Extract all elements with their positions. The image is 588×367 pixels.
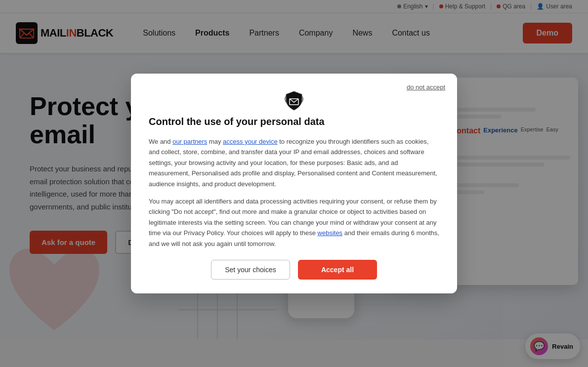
modal-overlay[interactable]: do not accept Control the use of your pe…: [0, 0, 588, 367]
do-not-accept-link[interactable]: do not accept: [407, 83, 445, 91]
modal-body-p2: You may accept all identifiers and data …: [149, 196, 439, 249]
websites-link[interactable]: websites: [318, 229, 343, 237]
accept-all-button[interactable]: Accept all: [298, 260, 377, 280]
shield-icon: [283, 89, 305, 111]
modal-shield-icon-wrapper: [149, 89, 439, 111]
consent-modal: do not accept Control the use of your pe…: [131, 74, 457, 293]
modal-title: Control the use of your personal data: [149, 116, 439, 127]
set-choices-button[interactable]: Set your choices: [211, 260, 290, 280]
modal-actions: Set your choices Accept all: [149, 260, 439, 280]
partners-link[interactable]: our partners: [172, 138, 207, 145]
modal-body-p1: We and our partners may access your devi…: [149, 136, 439, 189]
device-link[interactable]: access your device: [223, 138, 278, 145]
